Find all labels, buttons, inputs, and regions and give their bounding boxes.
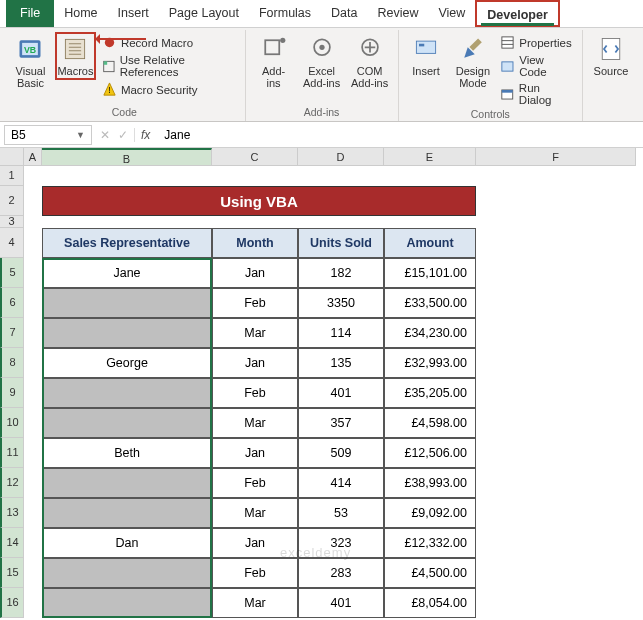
row-header-5[interactable]: 5 — [0, 258, 24, 288]
col-header-A[interactable]: A — [24, 148, 42, 166]
table-cell-rep[interactable] — [42, 588, 212, 618]
tab-data[interactable]: Data — [321, 0, 367, 27]
table-cell-rep[interactable] — [42, 318, 212, 348]
table-cell-rep[interactable] — [42, 558, 212, 588]
table-cell-amount[interactable]: £15,101.00 — [384, 258, 476, 288]
table-cell-rep[interactable] — [42, 408, 212, 438]
use-relative-refs-button[interactable]: Use Relative References — [100, 53, 239, 79]
table-cell-units[interactable]: 357 — [298, 408, 384, 438]
macro-security-button[interactable]: ! Macro Security — [100, 81, 239, 98]
run-dialog-button[interactable]: Run Dialog — [498, 81, 576, 107]
tab-file[interactable]: File — [6, 0, 54, 27]
table-cell-units[interactable]: 414 — [298, 468, 384, 498]
tab-formulas[interactable]: Formulas — [249, 0, 321, 27]
view-code-button[interactable]: View Code — [498, 53, 576, 79]
table-cell-units[interactable]: 135 — [298, 348, 384, 378]
row-header-8[interactable]: 8 — [0, 348, 24, 378]
table-cell-amount[interactable]: £38,993.00 — [384, 468, 476, 498]
cancel-formula-icon[interactable]: ✕ — [100, 128, 110, 142]
tab-review[interactable]: Review — [367, 0, 428, 27]
row-header-2[interactable]: 2 — [0, 186, 24, 216]
row-header-3[interactable]: 3 — [0, 216, 24, 228]
tab-developer[interactable]: Developer — [475, 0, 559, 27]
select-all-corner[interactable] — [0, 148, 24, 166]
table-cell-amount[interactable]: £9,092.00 — [384, 498, 476, 528]
row-header-15[interactable]: 15 — [0, 558, 24, 588]
name-box[interactable]: B5 ▼ — [4, 125, 92, 145]
properties-button[interactable]: Properties — [498, 34, 576, 51]
table-cell-month[interactable]: Jan — [212, 258, 298, 288]
table-cell-units[interactable]: 3350 — [298, 288, 384, 318]
table-cell-rep[interactable] — [42, 498, 212, 528]
row-header-9[interactable]: 9 — [0, 378, 24, 408]
table-cell-rep[interactable] — [42, 468, 212, 498]
table-cell-amount[interactable]: £4,598.00 — [384, 408, 476, 438]
tab-page-layout[interactable]: Page Layout — [159, 0, 249, 27]
col-header-B[interactable]: B — [42, 148, 212, 166]
table-header[interactable]: Month — [212, 228, 298, 258]
table-cell-units[interactable]: 323 — [298, 528, 384, 558]
formula-input[interactable]: Jane — [156, 126, 643, 144]
table-header[interactable]: Units Sold — [298, 228, 384, 258]
title-banner[interactable]: Using VBA — [42, 186, 476, 216]
table-cell-amount[interactable]: £12,506.00 — [384, 438, 476, 468]
table-cell-rep[interactable] — [42, 378, 212, 408]
table-cell-amount[interactable]: £8,054.00 — [384, 588, 476, 618]
table-cell-amount[interactable]: £12,332.00 — [384, 528, 476, 558]
row-header-14[interactable]: 14 — [0, 528, 24, 558]
row-header-10[interactable]: 10 — [0, 408, 24, 438]
table-cell-month[interactable]: Feb — [212, 378, 298, 408]
table-cell-month[interactable]: Jan — [212, 528, 298, 558]
table-cell-month[interactable]: Jan — [212, 348, 298, 378]
table-cell-amount[interactable]: £4,500.00 — [384, 558, 476, 588]
col-header-F[interactable]: F — [476, 148, 636, 166]
com-addins-button[interactable]: COM Add-ins — [348, 32, 392, 92]
col-header-D[interactable]: D — [298, 148, 384, 166]
row-header-16[interactable]: 16 — [0, 588, 24, 618]
table-cell-month[interactable]: Feb — [212, 558, 298, 588]
addins-button[interactable]: Add- ins — [252, 32, 296, 92]
visual-basic-button[interactable]: VB Visual Basic — [10, 32, 51, 92]
enter-formula-icon[interactable]: ✓ — [118, 128, 128, 142]
tab-view[interactable]: View — [428, 0, 475, 27]
record-macro-button[interactable]: Record Macro — [100, 34, 239, 51]
table-cell-month[interactable]: Mar — [212, 498, 298, 528]
row-header-7[interactable]: 7 — [0, 318, 24, 348]
table-cell-units[interactable]: 401 — [298, 378, 384, 408]
table-header[interactable]: Sales Representative — [42, 228, 212, 258]
row-header-13[interactable]: 13 — [0, 498, 24, 528]
source-button[interactable]: Source — [589, 32, 633, 80]
table-cell-month[interactable]: Feb — [212, 468, 298, 498]
table-cell-amount[interactable]: £34,230.00 — [384, 318, 476, 348]
table-cell-amount[interactable]: £32,993.00 — [384, 348, 476, 378]
table-cell-rep[interactable]: Jane — [42, 258, 212, 288]
table-cell-units[interactable]: 401 — [298, 588, 384, 618]
col-header-C[interactable]: C — [212, 148, 298, 166]
row-header-11[interactable]: 11 — [0, 438, 24, 468]
tab-home[interactable]: Home — [54, 0, 107, 27]
col-header-E[interactable]: E — [384, 148, 476, 166]
table-cell-rep[interactable]: Beth — [42, 438, 212, 468]
table-cell-rep[interactable]: Dan — [42, 528, 212, 558]
table-cell-rep[interactable]: George — [42, 348, 212, 378]
table-cell-amount[interactable]: £35,205.00 — [384, 378, 476, 408]
fx-icon[interactable]: fx — [134, 128, 156, 142]
insert-control-button[interactable]: Insert — [405, 32, 448, 80]
table-cell-units[interactable]: 509 — [298, 438, 384, 468]
table-cell-units[interactable]: 53 — [298, 498, 384, 528]
table-cell-month[interactable]: Jan — [212, 438, 298, 468]
table-cell-rep[interactable] — [42, 288, 212, 318]
table-cell-units[interactable]: 283 — [298, 558, 384, 588]
table-cell-month[interactable]: Feb — [212, 288, 298, 318]
table-header[interactable]: Amount — [384, 228, 476, 258]
table-cell-month[interactable]: Mar — [212, 408, 298, 438]
row-header-12[interactable]: 12 — [0, 468, 24, 498]
tab-insert[interactable]: Insert — [108, 0, 159, 27]
excel-addins-button[interactable]: Excel Add-ins — [300, 32, 344, 92]
table-cell-units[interactable]: 182 — [298, 258, 384, 288]
row-header-6[interactable]: 6 — [0, 288, 24, 318]
table-cell-month[interactable]: Mar — [212, 588, 298, 618]
table-cell-units[interactable]: 114 — [298, 318, 384, 348]
row-header-4[interactable]: 4 — [0, 228, 24, 258]
design-mode-button[interactable]: Design Mode — [451, 32, 494, 92]
